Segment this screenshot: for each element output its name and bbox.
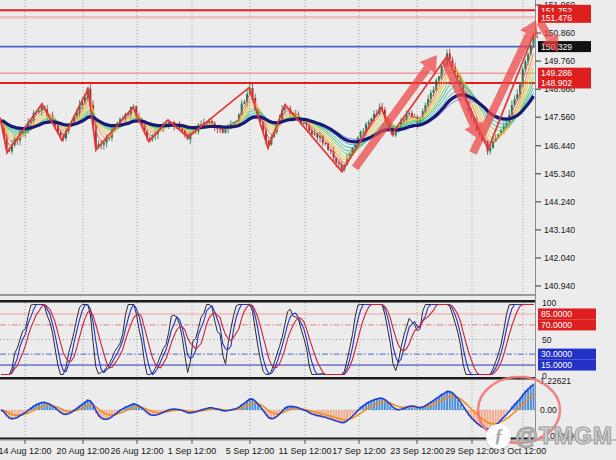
chart-background bbox=[0, 0, 616, 460]
axis-label: 50 bbox=[542, 335, 552, 345]
axis-label: 142.040 bbox=[544, 253, 575, 263]
axis-label: 151.476 bbox=[541, 13, 572, 23]
axis-label: 100 bbox=[542, 298, 557, 308]
axis-label: 144.240 bbox=[544, 197, 575, 207]
axis-label: 1 Sep 12:00 bbox=[168, 446, 217, 456]
axis-label: 23 Sep 12:00 bbox=[390, 446, 444, 456]
axis-label: 140.940 bbox=[544, 281, 575, 291]
axis-label: 85.0000 bbox=[541, 309, 572, 319]
axis-label: 149.286 bbox=[541, 68, 572, 78]
axis-label: 143.140 bbox=[544, 225, 575, 235]
axis-label: 15.0000 bbox=[541, 360, 572, 370]
axis-label: 26 Aug 12:00 bbox=[110, 446, 163, 456]
axis-label: 149.760 bbox=[544, 56, 575, 66]
axis-label: 145.340 bbox=[544, 169, 575, 179]
axis-label: 20 Aug 12:00 bbox=[56, 446, 109, 456]
axis-label: 0.00 bbox=[540, 405, 557, 415]
axis-label: 14 Aug 12:00 bbox=[0, 446, 52, 456]
axis-label: 17 Sep 12:00 bbox=[332, 446, 386, 456]
axis-label: 29 Sep 12:00 bbox=[445, 446, 499, 456]
indicator2-bottom-border bbox=[0, 438, 535, 440]
indicator1-top-border bbox=[0, 300, 535, 303]
axis-label: 5 Sep 12:00 bbox=[226, 446, 275, 456]
axis-label: 148.902 bbox=[541, 78, 572, 88]
axis-label: 11 Sep 12:00 bbox=[279, 446, 332, 456]
chart-canvas[interactable]: 151.960150.860149.760148.660147.560146.4… bbox=[0, 0, 616, 460]
axis-label: 3 Oct 12:00 bbox=[500, 446, 547, 456]
indicator1-bottom-border bbox=[0, 377, 535, 380]
axis-label: 146.440 bbox=[544, 141, 575, 151]
axis-label: 70.0000 bbox=[541, 320, 572, 330]
axis-label: 147.560 bbox=[544, 112, 575, 122]
trading-chart-window: 151.960150.860149.760148.660147.560146.4… bbox=[0, 0, 616, 460]
axis-label: 30.0000 bbox=[541, 349, 572, 359]
